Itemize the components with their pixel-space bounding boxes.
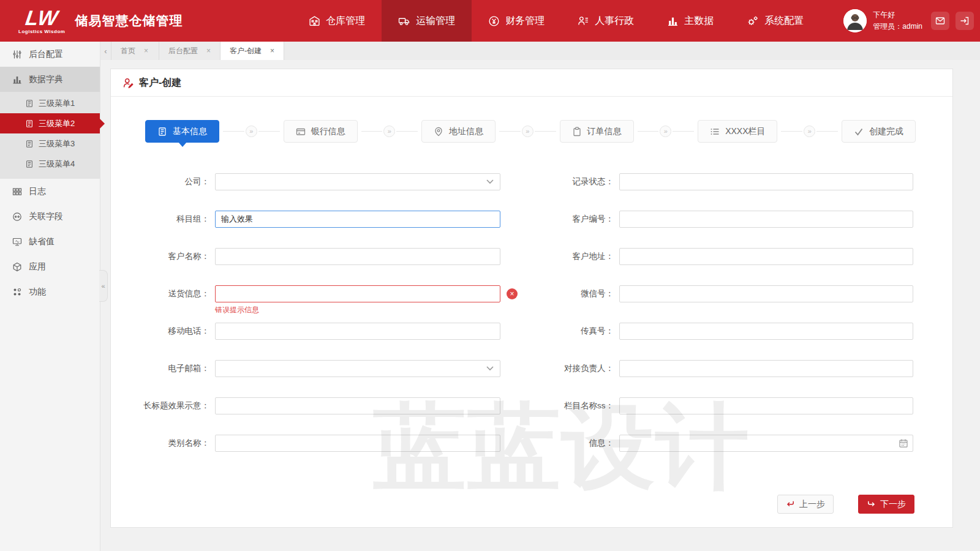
sidebar-item-submenu-3[interactable]: 三级菜单3 [0, 133, 100, 154]
step-label: 银行信息 [311, 126, 345, 137]
delivery-info-input[interactable] [215, 285, 500, 302]
field-label: 信息： [530, 435, 619, 452]
step-creation-complete[interactable]: 创建完成 [842, 120, 916, 143]
sidebar-collapse-handle[interactable]: « [99, 270, 108, 302]
close-icon[interactable]: × [270, 47, 274, 55]
form-left-column: 公司： 科目组： 客户名称： [123, 173, 502, 472]
truck-icon [398, 15, 410, 27]
document-icon [25, 119, 34, 128]
sidebar-item-backend-config[interactable]: 后台配置 [0, 42, 100, 67]
nav-hr[interactable]: 人事行政 [561, 0, 650, 42]
app-title: 储易智慧仓储管理 [75, 12, 183, 29]
wechat-input[interactable] [619, 285, 913, 302]
step-xxxx-column[interactable]: XXXX栏目 [698, 120, 777, 143]
company-select [215, 173, 500, 190]
sidebar-item-label: 数据字典 [29, 74, 63, 85]
button-label: 下一步 [880, 499, 906, 510]
nav-label: 运输管理 [416, 15, 455, 28]
sidebar-item-default-values[interactable]: 缺省值 [0, 229, 100, 254]
nav-label: 主数据 [684, 15, 714, 28]
customer-name-input[interactable] [215, 248, 500, 265]
nav-finance[interactable]: 财务管理 [472, 0, 561, 42]
step-label: 地址信息 [449, 126, 483, 137]
contact-person-input[interactable] [619, 360, 913, 377]
tab-scroll-left-button[interactable]: ‹ [100, 42, 111, 60]
clipboard-icon [572, 127, 582, 137]
sidebar-item-label: 应用 [29, 261, 46, 272]
nav-transport[interactable]: 运输管理 [382, 0, 472, 42]
sidebar-item-submenu-1[interactable]: 三级菜单1 [0, 93, 100, 113]
button-label: 上一步 [799, 499, 825, 510]
page-title: 客户-创建 [139, 77, 181, 89]
customer-address-input[interactable] [619, 248, 913, 265]
email-select-input[interactable] [215, 360, 500, 377]
category-name-field [215, 435, 500, 452]
document-icon [25, 160, 34, 168]
previous-step-button[interactable]: 上一步 [777, 495, 834, 514]
double-chevron-icon: » [804, 126, 815, 137]
field-label: 电子邮箱： [123, 360, 215, 377]
subject-group-input[interactable] [215, 211, 500, 228]
mobile-phone-field [215, 323, 500, 340]
sidebar-item-data-dictionary[interactable]: 数据字典 [0, 67, 100, 92]
column-name-input[interactable] [619, 397, 913, 414]
form-row: 客户名称： [123, 248, 502, 265]
field-label: 栏目名称ss： [530, 397, 619, 414]
calendar-icon[interactable] [899, 438, 908, 448]
nav-warehouse[interactable]: 仓库管理 [292, 0, 382, 42]
document-icon [25, 99, 34, 108]
tab-customer-create[interactable]: 客户-创建 × [221, 42, 284, 60]
user-info[interactable]: 下午好 管理员：admin [843, 9, 922, 32]
long-title-input[interactable] [215, 397, 500, 414]
sidebar-item-label: 三级菜单2 [39, 118, 75, 129]
step-basic-info[interactable]: 基本信息 [145, 120, 219, 143]
contact-person-field [619, 360, 913, 377]
record-status-input[interactable] [619, 173, 913, 190]
next-step-button[interactable]: 下一步 [858, 495, 914, 514]
step-address-info[interactable]: 地址信息 [421, 120, 496, 143]
sidebar-item-logs[interactable]: 日志 [0, 179, 100, 204]
customer-name-field [215, 248, 500, 265]
logout-icon [960, 16, 970, 26]
category-name-input[interactable] [215, 435, 500, 452]
form-row: 类别名称： [123, 435, 502, 452]
sidebar-item-applications[interactable]: 应用 [0, 254, 100, 279]
form-row: 栏目名称ss： [530, 397, 916, 414]
document-icon [25, 140, 34, 148]
nav-label: 系统配置 [764, 15, 804, 28]
error-message: 错误提示信息 [215, 305, 259, 315]
company-select-input[interactable] [215, 173, 500, 190]
fax-input[interactable] [619, 323, 913, 340]
record-status-field [619, 173, 913, 190]
close-icon[interactable]: × [144, 47, 148, 55]
wizard-footer: 上一步 下一步 [777, 495, 914, 514]
error-icon[interactable]: × [507, 288, 518, 299]
info-date-input[interactable] [619, 435, 913, 452]
sidebar-item-label: 日志 [29, 186, 46, 197]
nav-master-data[interactable]: 主数据 [650, 0, 730, 42]
document-icon [157, 127, 167, 137]
form-row: 信息： [530, 435, 916, 452]
mobile-phone-input[interactable] [215, 323, 500, 340]
field-label: 送货信息： [123, 285, 215, 302]
tab-home[interactable]: 首页 × [111, 42, 159, 60]
chevron-left-icon: ‹ [104, 47, 107, 56]
tab-backend-config[interactable]: 后台配置 × [159, 42, 221, 60]
finance-icon [488, 15, 500, 27]
step-bank-info[interactable]: 银行信息 [284, 120, 358, 143]
logout-button[interactable] [956, 12, 974, 30]
nav-system-config[interactable]: 系统配置 [730, 0, 820, 42]
sidebar: 后台配置 数据字典 三级菜单1 三级菜单2 三级菜单3 三级菜单4 日志 关联字… [0, 42, 100, 551]
sidebar-item-submenu-2[interactable]: 三级菜单2 [0, 113, 100, 133]
nav-label: 仓库管理 [326, 15, 365, 28]
sidebar-item-linked-fields[interactable]: 关联字段 [0, 204, 100, 229]
mail-button[interactable] [931, 12, 949, 30]
collapse-icon: « [101, 282, 105, 290]
step-connector: » [781, 126, 838, 137]
customer-number-input[interactable] [619, 211, 913, 228]
step-order-info[interactable]: 订单信息 [560, 120, 634, 143]
sidebar-item-functions[interactable]: 功能 [0, 279, 100, 304]
close-icon[interactable]: × [206, 47, 211, 55]
sidebar-item-submenu-4[interactable]: 三级菜单4 [0, 154, 100, 174]
field-label: 客户编号： [530, 211, 619, 228]
